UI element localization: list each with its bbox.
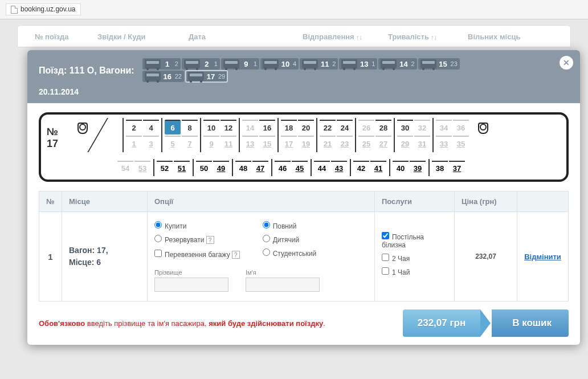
col-dur[interactable]: Тривалість [388, 32, 429, 41]
col-train[interactable]: № поїзда [29, 32, 92, 41]
col-free[interactable]: Вільних місць [462, 32, 526, 41]
results-table-header: № поїзда Звідки / Куди Дата Відправлення… [17, 25, 571, 47]
col-route[interactable]: Звідки / Куди [92, 32, 183, 41]
col-depart[interactable]: Відправлення [303, 32, 354, 41]
browser-address-bar: booking.uz.gov.ua [0, 0, 588, 19]
url-text: booking.uz.gov.ua [21, 5, 76, 13]
col-date[interactable]: Дата [183, 32, 297, 41]
document-icon [11, 6, 18, 14]
